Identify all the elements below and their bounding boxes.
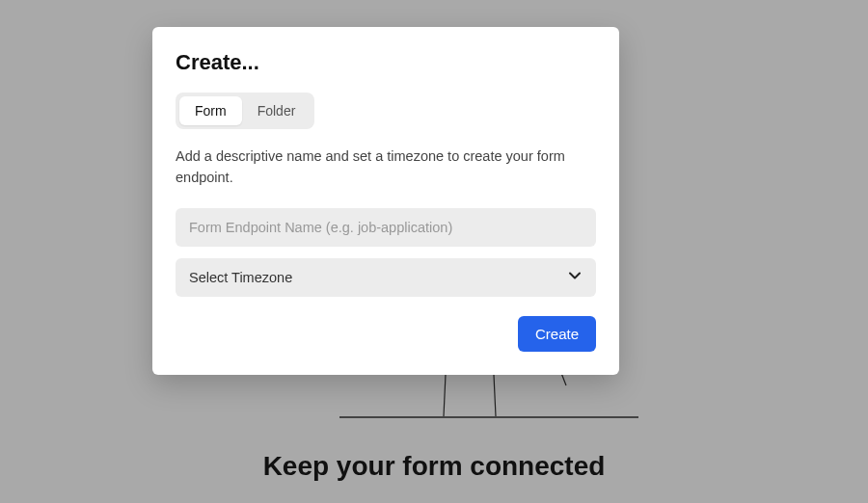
endpoint-name-input[interactable] (176, 208, 596, 247)
modal-description: Add a descriptive name and set a timezon… (176, 146, 596, 189)
tab-folder[interactable]: Folder (242, 96, 312, 125)
tab-form[interactable]: Form (179, 96, 242, 125)
create-modal: Create... Form Folder Add a descriptive … (152, 27, 619, 375)
timezone-select-wrapper: Select Timezone (176, 258, 596, 297)
create-button[interactable]: Create (518, 316, 596, 352)
background-headline: Keep your form connected (0, 451, 868, 482)
create-type-tabs: Form Folder (176, 93, 314, 129)
timezone-select[interactable]: Select Timezone (176, 258, 596, 297)
modal-title: Create... (176, 50, 596, 75)
modal-actions: Create (176, 316, 596, 352)
